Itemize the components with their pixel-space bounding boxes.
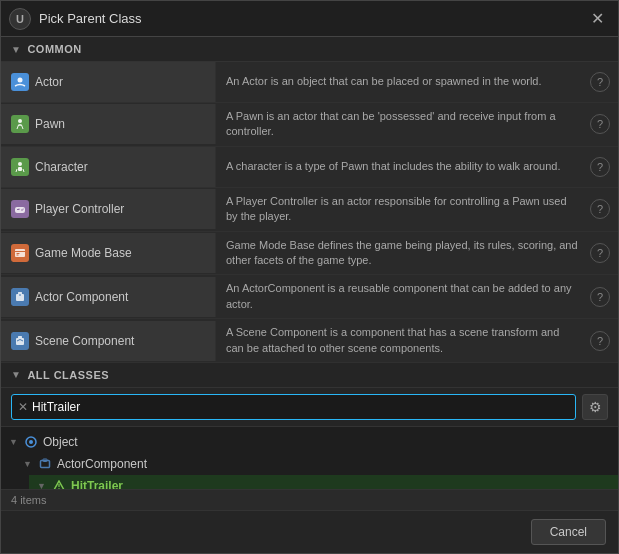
svg-rect-19 <box>16 338 24 345</box>
player-controller-label: Player Controller <box>35 202 124 216</box>
actor-component-label: Actor Component <box>35 290 128 304</box>
pawn-label: Pawn <box>35 117 65 131</box>
scene-component-label: Scene Component <box>35 334 134 348</box>
title-bar: U Pick Parent Class ✕ <box>1 1 618 37</box>
svg-rect-12 <box>15 249 25 257</box>
svg-point-11 <box>23 209 24 210</box>
class-btn-game-mode-base[interactable]: Game Mode Base <box>1 233 216 273</box>
items-count: 4 items <box>1 489 618 510</box>
game-mode-base-icon <box>11 244 29 262</box>
player-controller-desc: A Player Controller is an actor responsi… <box>216 188 590 231</box>
scene-component-help[interactable]: ? <box>590 331 610 351</box>
object-arrow: ▼ <box>9 437 23 447</box>
search-row: ✕ ⚙ <box>1 388 618 427</box>
actorcomponent-arrow: ▼ <box>23 459 37 469</box>
class-btn-actor-component[interactable]: Actor Component <box>1 277 216 317</box>
all-classes-section-label: ALL CLASSES <box>27 369 109 381</box>
class-row-pawn: Pawn A Pawn is an actor that can be 'pos… <box>1 103 618 147</box>
actor-label: Actor <box>35 75 63 89</box>
actor-component-icon <box>11 288 29 306</box>
all-classes-section-header: ▼ ALL CLASSES <box>1 363 618 388</box>
actor-desc: An Actor is an object that can be placed… <box>216 68 590 95</box>
svg-rect-7 <box>15 207 25 213</box>
class-row-scene-component: Scene Component A Scene Component is a c… <box>1 319 618 363</box>
svg-rect-4 <box>18 167 22 171</box>
scene-component-icon <box>11 332 29 350</box>
tree-area[interactable]: ▼ Object ▼ ActorComponent ▼ <box>1 427 618 489</box>
ue-logo: U <box>9 8 31 30</box>
hittrailer-arrow: ▼ <box>37 481 51 489</box>
player-controller-icon <box>11 200 29 218</box>
all-classes-section: ▼ ALL CLASSES ✕ ⚙ ▼ Object <box>1 363 618 510</box>
svg-rect-17 <box>18 292 22 294</box>
class-btn-actor[interactable]: Actor <box>1 62 216 102</box>
player-controller-help[interactable]: ? <box>590 199 610 219</box>
class-row-actor: Actor An Actor is an object that can be … <box>1 62 618 103</box>
common-list: Actor An Actor is an object that can be … <box>1 62 618 363</box>
gear-button[interactable]: ⚙ <box>582 394 608 420</box>
svg-point-3 <box>18 162 22 166</box>
dialog-body: ▼ COMMON Actor An Actor is an object tha… <box>1 37 618 510</box>
character-label: Character <box>35 160 88 174</box>
class-row-actor-component: Actor Component An ActorComponent is a r… <box>1 275 618 319</box>
actorcomponent-tree-icon <box>37 457 53 471</box>
actorcomponent-tree-label: ActorComponent <box>57 457 147 471</box>
class-btn-character[interactable]: Character <box>1 147 216 187</box>
svg-point-1 <box>18 119 22 123</box>
close-button[interactable]: ✕ <box>585 7 610 30</box>
tree-item-object[interactable]: ▼ Object <box>1 431 618 453</box>
object-icon <box>23 435 39 449</box>
pawn-desc: A Pawn is an actor that can be 'possesse… <box>216 103 590 146</box>
character-icon <box>11 158 29 176</box>
actor-help[interactable]: ? <box>590 72 610 92</box>
svg-line-5 <box>16 169 17 172</box>
class-row-game-mode-base: Game Mode Base Game Mode Base defines th… <box>1 232 618 276</box>
cancel-button[interactable]: Cancel <box>531 519 606 545</box>
pawn-icon <box>11 115 29 133</box>
dialog-footer: Cancel <box>1 510 618 553</box>
class-row-character: Character A character is a type of Pawn … <box>1 147 618 188</box>
actor-component-desc: An ActorComponent is a reusable componen… <box>216 275 590 318</box>
actor-icon <box>11 73 29 91</box>
search-clear-icon[interactable]: ✕ <box>18 400 28 414</box>
common-section-label: COMMON <box>27 43 81 55</box>
pawn-help[interactable]: ? <box>590 114 610 134</box>
svg-point-0 <box>18 78 23 83</box>
search-input-wrap[interactable]: ✕ <box>11 394 576 420</box>
svg-rect-20 <box>18 336 22 338</box>
class-btn-player-controller[interactable]: Player Controller <box>1 189 216 229</box>
all-classes-arrow: ▼ <box>11 369 21 380</box>
character-help[interactable]: ? <box>590 157 610 177</box>
hittrailer-icon <box>51 479 67 489</box>
game-mode-base-label: Game Mode Base <box>35 246 132 260</box>
object-label: Object <box>43 435 78 449</box>
svg-point-24 <box>29 440 33 444</box>
scene-component-desc: A Scene Component is a component that ha… <box>216 319 590 362</box>
game-mode-base-desc: Game Mode Base defines the game being pl… <box>216 232 590 275</box>
common-section-header: ▼ COMMON <box>1 37 618 62</box>
title-bar-left: U Pick Parent Class <box>9 8 142 30</box>
svg-line-6 <box>23 169 24 172</box>
svg-point-10 <box>21 209 23 211</box>
tree-item-hittrailer[interactable]: ▼ HitTrailer <box>29 475 618 489</box>
class-row-player-controller: Player Controller A Player Controller is… <box>1 188 618 232</box>
class-btn-scene-component[interactable]: Scene Component <box>1 321 216 361</box>
pick-parent-class-dialog: U Pick Parent Class ✕ ▼ COMMON Actor An … <box>0 0 619 554</box>
character-desc: A character is a type of Pawn that inclu… <box>216 153 590 180</box>
search-input[interactable] <box>32 400 569 414</box>
dialog-title: Pick Parent Class <box>39 11 142 26</box>
class-btn-pawn[interactable]: Pawn <box>1 104 216 144</box>
tree-item-actorcomponent[interactable]: ▼ ActorComponent <box>15 453 618 475</box>
hittrailer-label: HitTrailer <box>71 479 123 489</box>
game-mode-base-help[interactable]: ? <box>590 243 610 263</box>
svg-rect-14 <box>17 253 20 254</box>
common-arrow: ▼ <box>11 44 21 55</box>
svg-rect-15 <box>17 254 19 255</box>
actor-component-help[interactable]: ? <box>590 287 610 307</box>
